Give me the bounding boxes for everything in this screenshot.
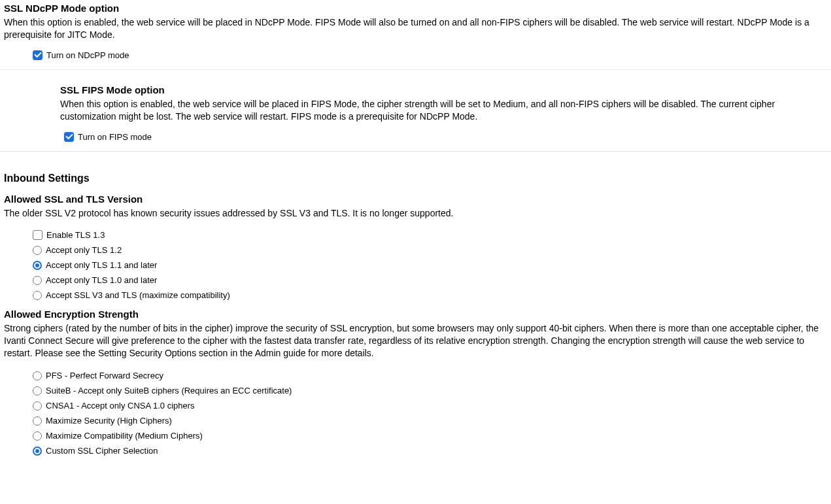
fips-title: SSL FIPS Mode option <box>60 84 827 95</box>
tls-option-enable-13[interactable]: Enable TLS 1.3 <box>33 228 827 242</box>
tls-option-label: Accept only TLS 1.0 and later <box>46 275 157 285</box>
tls-option-11-later[interactable]: Accept only TLS 1.1 and later <box>33 258 827 272</box>
fips-checkbox-label: Turn on FIPS mode <box>78 132 152 142</box>
encryption-option-label: Maximize Security (High Ciphers) <box>46 416 172 426</box>
tls-option-label: Accept only TLS 1.1 and later <box>46 260 157 270</box>
encryption-option-maxsec[interactable]: Maximize Security (High Ciphers) <box>33 414 827 428</box>
encryption-option-label: Maximize Compatibility (Medium Ciphers) <box>46 431 203 441</box>
ndcpp-title: SSL NDcPP Mode option <box>4 3 827 14</box>
ndcpp-checkbox-label: Turn on NDcPP mode <box>46 50 129 60</box>
tls-options: Enable TLS 1.3 Accept only TLS 1.2 Accep… <box>33 228 827 302</box>
tls-radio-sslv3[interactable] <box>33 291 42 300</box>
tls-checkbox-enable-13[interactable] <box>33 230 42 240</box>
encryption-radio-pfs[interactable] <box>33 371 42 380</box>
encryption-title: Allowed Encryption Strength <box>4 309 827 320</box>
encryption-radio-suiteb[interactable] <box>33 386 42 395</box>
encryption-option-maxcompat[interactable]: Maximize Compatibility (Medium Ciphers) <box>33 429 827 443</box>
encryption-option-label: PFS - Perfect Forward Secrecy <box>46 371 163 380</box>
encryption-radio-cnsa1[interactable] <box>33 401 42 411</box>
encryption-description: Strong ciphers (rated by the number of b… <box>4 322 827 360</box>
tls-option-label: Accept only TLS 1.2 <box>46 245 122 255</box>
ndcpp-checkbox-row[interactable]: Turn on NDcPP mode <box>33 50 827 60</box>
ndcpp-description: When this option is enabled, the web ser… <box>4 16 827 41</box>
encryption-options: PFS - Perfect Forward Secrecy SuiteB - A… <box>33 369 827 458</box>
tls-option-10-later[interactable]: Accept only TLS 1.0 and later <box>33 273 827 287</box>
tls-option-label: Accept SSL V3 and TLS (maximize compatib… <box>46 290 230 300</box>
tls-option-sslv3[interactable]: Accept SSL V3 and TLS (maximize compatib… <box>33 288 827 302</box>
tls-description: The older SSL V2 protocol has known secu… <box>4 207 827 220</box>
inbound-title: Inbound Settings <box>4 173 827 184</box>
encryption-option-suiteb[interactable]: SuiteB - Accept only SuiteB ciphers (Req… <box>33 384 827 397</box>
tls-radio-10-later[interactable] <box>33 276 42 285</box>
ndcpp-section: SSL NDcPP Mode option When this option i… <box>0 0 831 69</box>
tls-radio-11-later[interactable] <box>33 261 42 270</box>
encryption-option-custom[interactable]: Custom SSL Cipher Selection <box>33 444 827 458</box>
tls-title: Allowed SSL and TLS Version <box>4 193 827 205</box>
ndcpp-checkbox[interactable] <box>33 50 42 60</box>
encryption-option-cnsa1[interactable]: CNSA1 - Accept only CNSA 1.0 ciphers <box>33 399 827 412</box>
fips-description: When this option is enabled, the web ser… <box>60 98 827 123</box>
encryption-option-label: CNSA1 - Accept only CNSA 1.0 ciphers <box>46 401 195 411</box>
encryption-option-label: SuiteB - Accept only SuiteB ciphers (Req… <box>46 386 292 395</box>
encryption-radio-maxsec[interactable] <box>33 416 42 426</box>
inbound-section: Inbound Settings Allowed SSL and TLS Ver… <box>0 152 831 467</box>
fips-checkbox[interactable] <box>64 132 74 142</box>
tls-option-label: Enable TLS 1.3 <box>46 230 105 240</box>
tls-option-only-12[interactable]: Accept only TLS 1.2 <box>33 243 827 257</box>
encryption-option-pfs[interactable]: PFS - Perfect Forward Secrecy <box>33 369 827 382</box>
encryption-radio-maxcompat[interactable] <box>33 431 42 441</box>
tls-radio-only-12[interactable] <box>33 246 42 255</box>
encryption-option-label: Custom SSL Cipher Selection <box>46 446 158 456</box>
fips-checkbox-row[interactable]: Turn on FIPS mode <box>64 132 827 142</box>
encryption-radio-custom[interactable] <box>33 446 42 456</box>
fips-section: SSL FIPS Mode option When this option is… <box>0 82 831 151</box>
